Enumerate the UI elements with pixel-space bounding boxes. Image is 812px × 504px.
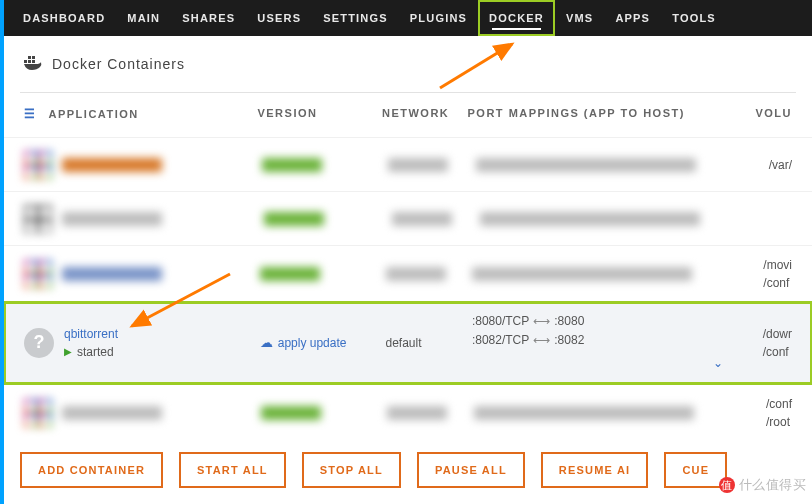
- table-row[interactable]: /var/: [4, 137, 812, 191]
- nav-underline: [492, 28, 541, 30]
- container-name[interactable]: qbittorrent: [64, 327, 118, 341]
- map-arrow-icon: ⟷: [529, 333, 554, 347]
- blurred-text: [480, 212, 700, 226]
- blurred-text: [62, 267, 162, 281]
- nav-docker[interactable]: DOCKER: [478, 0, 555, 36]
- port-app: :8080/TCP: [472, 314, 529, 328]
- table-row[interactable]: /movi /conf: [4, 245, 812, 302]
- container-icon: [24, 205, 52, 233]
- col-network[interactable]: NETWORK: [382, 107, 468, 121]
- blurred-text: [264, 212, 324, 226]
- resume-all-button[interactable]: RESUME AI: [541, 452, 649, 488]
- container-icon: [24, 151, 52, 179]
- apply-update-label: apply update: [278, 336, 347, 350]
- container-icon: [24, 260, 52, 288]
- blurred-text: [388, 158, 448, 172]
- svg-rect-3: [28, 56, 31, 59]
- table-row[interactable]: [4, 191, 812, 245]
- col-port-mappings[interactable]: PORT MAPPINGS (APP TO HOST): [468, 107, 756, 121]
- blurred-text: [62, 158, 162, 172]
- nav-users[interactable]: USERS: [246, 0, 312, 36]
- status-text: started: [77, 345, 114, 359]
- blurred-text: [387, 406, 447, 420]
- nav-dashboard[interactable]: DASHBOARD: [12, 0, 116, 36]
- blurred-text: [62, 212, 162, 226]
- nav-tools[interactable]: TOOLS: [661, 0, 727, 36]
- watermark: 值 什么值得买: [719, 476, 807, 494]
- list-toggle-icon[interactable]: ☰: [24, 107, 37, 121]
- volume-cell: /movi /conf: [763, 256, 792, 292]
- start-all-button[interactable]: START ALL: [179, 452, 286, 488]
- network-cell: default: [385, 336, 471, 350]
- watermark-text: 什么值得买: [739, 476, 807, 494]
- chevron-down-icon[interactable]: ⌄: [472, 354, 763, 373]
- question-icon: ?: [24, 328, 54, 358]
- port-host: :8082: [554, 333, 584, 347]
- cloud-download-icon: ☁: [260, 335, 273, 350]
- pause-all-button[interactable]: PAUSE ALL: [417, 452, 525, 488]
- blurred-text: [472, 267, 692, 281]
- volume-cell: /dowr /conf: [763, 325, 792, 361]
- nav-apps[interactable]: APPS: [604, 0, 661, 36]
- nav-main[interactable]: MAIN: [116, 0, 171, 36]
- add-container-button[interactable]: ADD CONTAINER: [20, 452, 163, 488]
- table-head: ☰ APPLICATION VERSION NETWORK PORT MAPPI…: [4, 93, 812, 137]
- blurred-text: [262, 158, 322, 172]
- volume-cell: /var/: [769, 156, 792, 174]
- nav-vms[interactable]: VMS: [555, 0, 604, 36]
- blurred-text: [476, 158, 696, 172]
- footer-actions: ADD CONTAINER START ALL STOP ALL PAUSE A…: [20, 452, 812, 488]
- left-edge: [0, 0, 4, 504]
- blurred-text: [62, 406, 162, 420]
- port-host: :8080: [554, 314, 584, 328]
- svg-rect-0: [24, 60, 27, 63]
- apply-update-link[interactable]: ☁ apply update: [260, 335, 386, 350]
- nav-docker-label: DOCKER: [489, 12, 544, 24]
- nav-plugins[interactable]: PLUGINS: [399, 0, 478, 36]
- col-volume[interactable]: VOLU: [755, 107, 792, 121]
- map-arrow-icon: ⟷: [529, 314, 554, 328]
- blurred-text: [261, 406, 321, 420]
- volume-cell: /conf /root: [766, 395, 792, 431]
- port-app: :8082/TCP: [472, 333, 529, 347]
- top-nav: DASHBOARD MAIN SHARES USERS SETTINGS PLU…: [4, 0, 812, 36]
- blurred-text: [260, 267, 320, 281]
- play-icon: ▶: [64, 346, 72, 357]
- blurred-text: [392, 212, 452, 226]
- section-title: Docker Containers: [52, 56, 185, 72]
- container-status: ▶ started: [64, 345, 118, 359]
- svg-rect-4: [32, 56, 35, 59]
- blurred-text: [386, 267, 446, 281]
- table-row[interactable]: /conf /root: [4, 384, 812, 441]
- col-version[interactable]: VERSION: [257, 107, 382, 121]
- blurred-text: [474, 406, 694, 420]
- watermark-icon: 值: [719, 477, 735, 493]
- col-application[interactable]: APPLICATION: [49, 108, 139, 120]
- table-row-qbittorrent[interactable]: ? qbittorrent ▶ started ☁ apply update d…: [4, 302, 812, 384]
- nav-settings[interactable]: SETTINGS: [312, 0, 399, 36]
- container-icon: [24, 399, 52, 427]
- svg-rect-2: [32, 60, 35, 63]
- docker-icon: [24, 56, 42, 73]
- svg-rect-1: [28, 60, 31, 63]
- nav-shares[interactable]: SHARES: [171, 0, 246, 36]
- section-header: Docker Containers: [4, 36, 812, 92]
- stop-all-button[interactable]: STOP ALL: [302, 452, 401, 488]
- port-cell: :8080/TCP⟷:8080 :8082/TCP⟷:8082 ⌄: [472, 312, 763, 374]
